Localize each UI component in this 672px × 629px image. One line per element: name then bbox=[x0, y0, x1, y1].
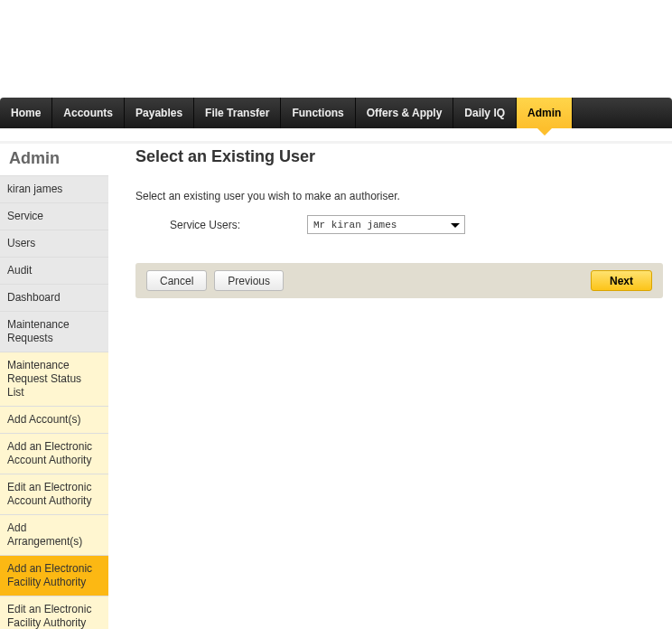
top-nav: Home Accounts Payables File Transfer Fun… bbox=[0, 98, 672, 128]
sidebar-item-service[interactable]: Service bbox=[0, 203, 108, 230]
sidebar-item-add-facility-auth[interactable]: Add an Electronic Facility Authority bbox=[0, 556, 108, 596]
sidebar-item-edit-account-auth[interactable]: Edit an Electronic Account Authority bbox=[0, 474, 108, 515]
page-body: Admin kiran james Service Users Audit Da… bbox=[0, 141, 672, 629]
service-users-label: Service Users: bbox=[135, 219, 307, 231]
sidebar-item-dashboard[interactable]: Dashboard bbox=[0, 285, 108, 312]
nav-admin[interactable]: Admin bbox=[517, 98, 573, 128]
nav-functions[interactable]: Functions bbox=[281, 98, 355, 128]
sidebar-item-maintenance-requests[interactable]: Maintenance Requests bbox=[0, 312, 108, 352]
sidebar-title: Admin bbox=[0, 144, 108, 176]
nav-offers-apply[interactable]: Offers & Apply bbox=[356, 98, 454, 128]
sidebar-item-maintenance-status[interactable]: Maintenance Request Status List bbox=[0, 352, 108, 407]
sidebar-item-add-accounts[interactable]: Add Account(s) bbox=[0, 407, 108, 434]
sidebar: Admin kiran james Service Users Audit Da… bbox=[0, 144, 108, 629]
nav-payables[interactable]: Payables bbox=[125, 98, 194, 128]
nav-accounts[interactable]: Accounts bbox=[52, 98, 125, 128]
cancel-button[interactable]: Cancel bbox=[146, 270, 207, 291]
main-content: Select an Existing User Select an existi… bbox=[108, 144, 672, 629]
chevron-down-icon bbox=[451, 223, 460, 228]
service-users-select[interactable]: Mr kiran james bbox=[307, 215, 465, 234]
service-users-value: Mr kiran james bbox=[313, 220, 397, 230]
sidebar-item-users[interactable]: Users bbox=[0, 230, 108, 258]
sidebar-item-add-account-auth[interactable]: Add an Electronic Account Authority bbox=[0, 434, 108, 474]
next-button[interactable]: Next bbox=[591, 270, 652, 291]
sidebar-item-kiran[interactable]: kiran james bbox=[0, 176, 108, 203]
sidebar-item-audit[interactable]: Audit bbox=[0, 258, 108, 285]
page-description: Select an existing user you wish to make… bbox=[135, 190, 663, 202]
sidebar-item-edit-facility-auth[interactable]: Edit an Electronic Facility Authority bbox=[0, 596, 108, 629]
nav-file-transfer[interactable]: File Transfer bbox=[194, 98, 281, 128]
button-bar: Cancel Previous Next bbox=[135, 263, 663, 298]
nav-daily-iq[interactable]: Daily IQ bbox=[453, 98, 517, 128]
previous-button[interactable]: Previous bbox=[214, 270, 284, 291]
nav-home[interactable]: Home bbox=[0, 98, 52, 128]
form-row-service-users: Service Users: Mr kiran james bbox=[135, 215, 663, 234]
page-title: Select an Existing User bbox=[135, 147, 663, 166]
sidebar-item-add-arrangements[interactable]: Add Arrangement(s) bbox=[0, 515, 108, 556]
